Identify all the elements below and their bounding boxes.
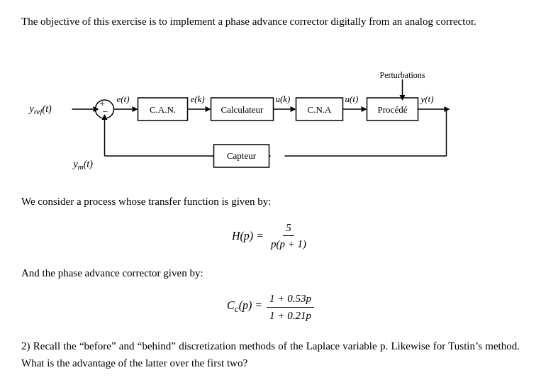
svg-text:−: − xyxy=(103,106,108,117)
cc-label: Cc(p) = xyxy=(227,297,262,316)
et-label: e(t) xyxy=(117,94,130,104)
ut-label: u(t) xyxy=(345,94,359,104)
uk-label: u(k) xyxy=(276,94,291,104)
can-label: C.A.N. xyxy=(150,104,176,115)
yref-label: yref(t) xyxy=(28,103,52,116)
hp-formula-block: H(p) = 5 p(p + 1) xyxy=(21,220,520,252)
hp-numerator: 5 xyxy=(283,220,294,237)
corrector-description: And the phase advance corrector given by… xyxy=(21,265,520,281)
cc-numerator: 1 + 0.53p xyxy=(267,291,314,308)
perturbations-label: Perturbations xyxy=(380,70,425,80)
question-text: 2) Recall the “before” and “behind” disc… xyxy=(21,337,520,371)
hp-label: H(p) = xyxy=(232,228,264,245)
svg-marker-9 xyxy=(206,106,211,112)
hp-denominator: p(p + 1) xyxy=(268,236,309,252)
capteur-label: Capteur xyxy=(227,150,257,161)
intro-text: The objective of this exercise is to imp… xyxy=(21,13,520,30)
diagram-svg: yref(t) + − e(t) C.A.N. e(k) Calculateur… xyxy=(21,43,520,181)
cc-denominator: 1 + 0.21p xyxy=(267,308,314,324)
yt-label: y(t) xyxy=(420,94,434,104)
svg-marker-20 xyxy=(445,106,450,112)
svg-marker-12 xyxy=(291,106,296,112)
ek-label: e(k) xyxy=(191,94,205,104)
procede-label: Procédé xyxy=(378,104,408,115)
process-description: We consider a process whose transfer fun… xyxy=(21,194,520,210)
cna-label: C.N.A xyxy=(308,104,333,115)
cc-fraction: 1 + 0.53p 1 + 0.21p xyxy=(267,291,314,323)
block-diagram: yref(t) + − e(t) C.A.N. e(k) Calculateur… xyxy=(21,43,520,181)
cc-formula-block: Cc(p) = 1 + 0.53p 1 + 0.21p xyxy=(21,291,520,323)
hp-fraction: 5 p(p + 1) xyxy=(268,220,309,252)
svg-marker-15 xyxy=(362,106,367,112)
svg-marker-6 xyxy=(133,106,138,112)
calculateur-label: Calculateur xyxy=(221,104,264,115)
ym-label: ym(t) xyxy=(72,159,94,171)
